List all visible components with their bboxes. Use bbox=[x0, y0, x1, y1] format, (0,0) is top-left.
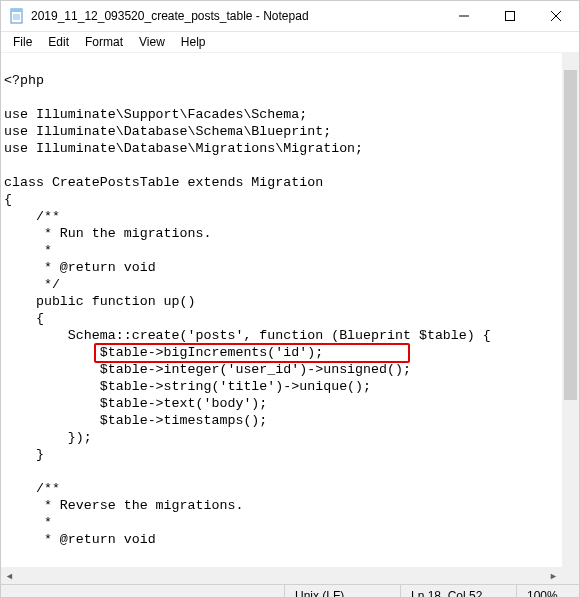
code-line: { bbox=[4, 192, 12, 207]
svg-rect-1 bbox=[11, 9, 22, 12]
menu-format[interactable]: Format bbox=[77, 33, 131, 51]
close-button[interactable] bbox=[533, 1, 579, 31]
status-zoom: 100% bbox=[516, 585, 579, 598]
notepad-icon bbox=[9, 8, 25, 24]
status-lineending: Unix (LF) bbox=[284, 585, 400, 598]
statusbar: Unix (LF) Ln 18, Col 52 100% bbox=[1, 584, 579, 598]
code-line: * @return void bbox=[4, 260, 156, 275]
code-line: * @return void bbox=[4, 532, 156, 547]
window-controls bbox=[441, 1, 579, 31]
horizontal-scrollbar[interactable]: ◄ ► bbox=[1, 567, 579, 584]
code-line: <?php bbox=[4, 73, 44, 88]
editor-container: <?php use Illuminate\Support\Facades\Sch… bbox=[1, 53, 579, 567]
maximize-button[interactable] bbox=[487, 1, 533, 31]
text-area[interactable]: <?php use Illuminate\Support\Facades\Sch… bbox=[1, 53, 562, 567]
code-line: $table->integer('user_id')->unsigned(); bbox=[4, 362, 411, 377]
status-cursor: Ln 18, Col 52 bbox=[400, 585, 516, 598]
code-line: Schema::create('posts', function (Bluepr… bbox=[4, 328, 491, 343]
code-line: * Reverse the migrations. bbox=[4, 498, 243, 513]
code-line: * Run the migrations. bbox=[4, 226, 211, 241]
code-line: { bbox=[4, 311, 44, 326]
code-line: /** bbox=[4, 209, 60, 224]
code-line: * bbox=[4, 243, 52, 258]
vertical-scrollbar[interactable] bbox=[562, 53, 579, 567]
minimize-button[interactable] bbox=[441, 1, 487, 31]
code-line: }); bbox=[4, 430, 92, 445]
menu-help[interactable]: Help bbox=[173, 33, 214, 51]
titlebar: 2019_11_12_093520_create_posts_table - N… bbox=[1, 1, 579, 32]
code-line: * bbox=[4, 515, 52, 530]
code-line: /** bbox=[4, 481, 60, 496]
window-title: 2019_11_12_093520_create_posts_table - N… bbox=[31, 9, 441, 23]
scroll-left-icon[interactable]: ◄ bbox=[1, 567, 18, 584]
code-line: */ bbox=[4, 277, 60, 292]
code-line: $table->string('title')->unique(); bbox=[4, 379, 371, 394]
code-line: use Illuminate\Database\Migrations\Migra… bbox=[4, 141, 363, 156]
menu-file[interactable]: File bbox=[5, 33, 40, 51]
code-line: use Illuminate\Database\Schema\Blueprint… bbox=[4, 124, 331, 139]
code-line: class CreatePostsTable extends Migration bbox=[4, 175, 323, 190]
menubar: File Edit Format View Help bbox=[1, 32, 579, 53]
code-line: public function up() bbox=[4, 294, 196, 309]
scroll-thumb[interactable] bbox=[564, 70, 577, 400]
code-line: $table->text('body'); bbox=[4, 396, 267, 411]
code-line: use Illuminate\Support\Facades\Schema; bbox=[4, 107, 307, 122]
svg-rect-6 bbox=[506, 12, 515, 21]
scroll-right-icon[interactable]: ► bbox=[545, 567, 562, 584]
code-line: } bbox=[4, 447, 44, 462]
menu-view[interactable]: View bbox=[131, 33, 173, 51]
code-line: $table->bigIncrements('id'); bbox=[4, 345, 323, 360]
code-line: $table->timestamps(); bbox=[4, 413, 267, 428]
menu-edit[interactable]: Edit bbox=[40, 33, 77, 51]
